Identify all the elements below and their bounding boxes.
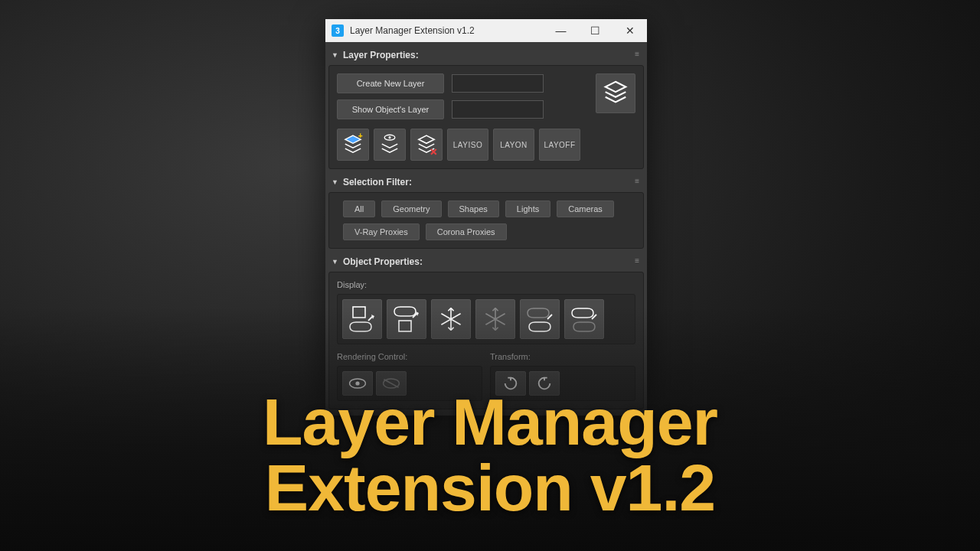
layers-icon bbox=[601, 79, 630, 108]
teapot-unhide-icon bbox=[569, 304, 599, 334]
display-teapot-to-box-button[interactable] bbox=[387, 299, 426, 339]
snowflake-icon bbox=[437, 305, 465, 333]
box-teapot-icon bbox=[347, 304, 377, 334]
filter-all-button[interactable]: All bbox=[343, 201, 375, 217]
minimize-button[interactable]: — bbox=[544, 19, 578, 42]
display-unfreeze-button[interactable] bbox=[475, 299, 515, 339]
layer-properties-header[interactable]: ▼ Layer Properties: ≡ bbox=[328, 45, 644, 65]
selection-filter-content: All Geometry Shapes Lights Cameras V-Ray… bbox=[328, 192, 644, 249]
promo-title: Layer Manager Extension v1.2 bbox=[263, 389, 717, 520]
layer-add-button[interactable]: + bbox=[337, 129, 369, 161]
section-menu-icon[interactable]: ≡ bbox=[635, 177, 639, 185]
show-objects-layer-button[interactable]: Show Object's Layer bbox=[337, 99, 444, 119]
close-button[interactable]: ✕ bbox=[612, 19, 647, 42]
layers-eye-icon bbox=[377, 132, 403, 158]
layers-add-icon: + bbox=[340, 132, 366, 158]
display-box-to-teapot-button[interactable] bbox=[342, 299, 382, 339]
teapot-box-icon bbox=[391, 304, 422, 334]
filter-vray-proxies-button[interactable]: V-Ray Proxies bbox=[343, 223, 420, 240]
layon-button[interactable]: LAYON bbox=[493, 129, 534, 161]
app-icon: 3 bbox=[332, 24, 344, 37]
layoff-button[interactable]: LAYOFF bbox=[539, 129, 580, 161]
app-window: 3 Layer Manager Extension v1.2 — ☐ ✕ ▼ L… bbox=[325, 19, 647, 416]
snowflake-dim-icon bbox=[482, 305, 509, 333]
maximize-button[interactable]: ☐ bbox=[578, 19, 612, 42]
svg-point-2 bbox=[388, 136, 390, 139]
section-title: Object Properties: bbox=[343, 256, 423, 267]
section-title: Selection Filter: bbox=[343, 177, 412, 187]
display-hide-button[interactable] bbox=[520, 299, 560, 339]
collapse-icon: ▼ bbox=[332, 51, 338, 59]
svg-rect-3 bbox=[353, 307, 365, 318]
section-menu-icon[interactable]: ≡ bbox=[635, 256, 639, 265]
section-menu-icon[interactable]: ≡ bbox=[635, 50, 639, 58]
svg-rect-4 bbox=[399, 321, 411, 331]
teapot-hide-icon bbox=[524, 304, 555, 334]
collapse-icon: ▼ bbox=[332, 258, 338, 266]
display-toolbar bbox=[337, 294, 635, 344]
svg-text:+: + bbox=[358, 132, 363, 140]
layer-show-button[interactable] bbox=[374, 129, 406, 161]
display-freeze-button[interactable] bbox=[431, 299, 471, 339]
filter-cameras-button[interactable]: Cameras bbox=[557, 201, 614, 217]
promo-line-2: Extension v1.2 bbox=[263, 455, 717, 520]
filter-lights-button[interactable]: Lights bbox=[505, 201, 550, 217]
section-title: Layer Properties: bbox=[343, 50, 419, 60]
layer-manager-button[interactable] bbox=[596, 73, 635, 113]
promo-line-1: Layer Manager bbox=[263, 389, 717, 455]
panel-body: ▼ Layer Properties: ≡ Create New Layer S… bbox=[325, 42, 647, 416]
layers-delete-icon bbox=[413, 132, 439, 158]
display-label: Display: bbox=[337, 280, 635, 289]
layiso-button[interactable]: LAYISO bbox=[447, 129, 488, 161]
window-title: Layer Manager Extension v1.2 bbox=[350, 25, 544, 36]
show-layer-name-input[interactable] bbox=[452, 100, 544, 119]
create-new-layer-button[interactable]: Create New Layer bbox=[337, 73, 444, 93]
selection-filter-header[interactable]: ▼ Selection Filter: ≡ bbox=[328, 172, 644, 192]
filter-geometry-button[interactable]: Geometry bbox=[381, 201, 441, 217]
titlebar: 3 Layer Manager Extension v1.2 — ☐ ✕ bbox=[325, 19, 647, 42]
create-layer-name-input[interactable] bbox=[452, 74, 544, 93]
collapse-icon: ▼ bbox=[332, 178, 338, 186]
filter-shapes-button[interactable]: Shapes bbox=[448, 201, 499, 217]
layer-properties-content: Create New Layer Show Object's Layer bbox=[328, 65, 644, 169]
object-properties-header[interactable]: ▼ Object Properties: ≡ bbox=[328, 252, 644, 272]
transform-label: Transform: bbox=[490, 352, 635, 361]
rendering-control-label: Rendering Control: bbox=[337, 352, 482, 361]
layer-delete-button[interactable] bbox=[410, 129, 443, 161]
display-unhide-button[interactable] bbox=[564, 299, 604, 339]
filter-corona-proxies-button[interactable]: Corona Proxies bbox=[426, 223, 507, 240]
